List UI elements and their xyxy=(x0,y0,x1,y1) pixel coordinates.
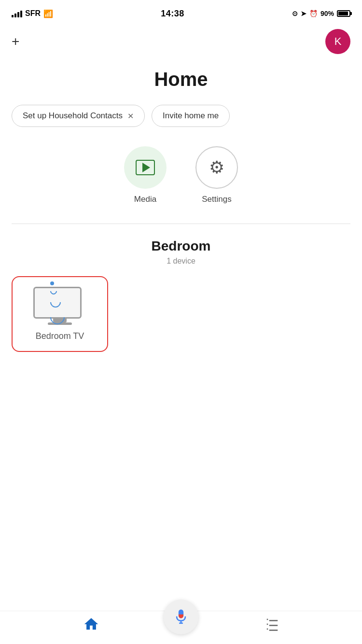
battery-percent: 90% xyxy=(320,10,334,17)
media-label: Media xyxy=(134,195,156,204)
avatar[interactable]: K xyxy=(325,29,350,54)
room-section: Bedroom 1 device Bedroom TV xyxy=(0,238,362,352)
status-right: ⊙ ➤ ⏰ 90% xyxy=(292,10,350,17)
header: + K xyxy=(0,24,362,59)
section-divider xyxy=(12,224,350,224)
home-icon xyxy=(83,616,99,632)
settings-label: Settings xyxy=(202,195,231,204)
battery-icon xyxy=(337,10,350,17)
quick-actions: Media ⚙ Settings xyxy=(0,146,362,204)
signal-icon xyxy=(12,10,22,17)
settings-circle: ⚙ xyxy=(195,146,238,189)
navigation-icon: ➤ xyxy=(301,10,306,17)
alarm-icon: ⏰ xyxy=(309,10,318,17)
status-time: 14:38 xyxy=(161,9,184,19)
media-circle xyxy=(124,146,167,189)
tv-icon xyxy=(33,287,86,324)
wifi-icon: 📶 xyxy=(43,9,53,18)
device-card-bedroom-tv[interactable]: Bedroom TV xyxy=(12,276,108,352)
suggestion-household[interactable]: Set up Household Contacts ✕ xyxy=(12,105,145,127)
list-icon xyxy=(265,617,279,631)
suggestion-household-label: Set up Household Contacts xyxy=(23,111,123,121)
carrier-label: SFR xyxy=(25,9,41,18)
location-icon: ⊙ xyxy=(292,10,298,17)
add-button[interactable]: + xyxy=(12,35,19,48)
mic-fab[interactable] xyxy=(164,600,198,634)
play-icon xyxy=(136,160,155,175)
home-nav-button[interactable] xyxy=(83,616,99,634)
room-name: Bedroom xyxy=(12,238,350,254)
cast-icon xyxy=(46,278,69,328)
status-left: SFR 📶 xyxy=(12,9,53,18)
gear-icon: ⚙ xyxy=(209,157,224,178)
device-name: Bedroom TV xyxy=(36,331,84,341)
room-device-count: 1 device xyxy=(12,257,350,266)
list-nav-button[interactable] xyxy=(265,617,279,633)
page-title: Home xyxy=(0,59,362,105)
suggestion-close-icon[interactable]: ✕ xyxy=(127,112,134,121)
suggestions-row: Set up Household Contacts ✕ Invite home … xyxy=(0,105,362,127)
action-media[interactable]: Media xyxy=(124,146,167,204)
suggestion-invite[interactable]: Invite home me xyxy=(152,105,230,127)
suggestion-invite-label: Invite home me xyxy=(163,111,219,121)
mic-icon xyxy=(173,608,189,626)
status-bar: SFR 📶 14:38 ⊙ ➤ ⏰ 90% xyxy=(0,0,362,24)
action-settings[interactable]: ⚙ Settings xyxy=(195,146,238,204)
bottom-nav xyxy=(0,611,362,644)
